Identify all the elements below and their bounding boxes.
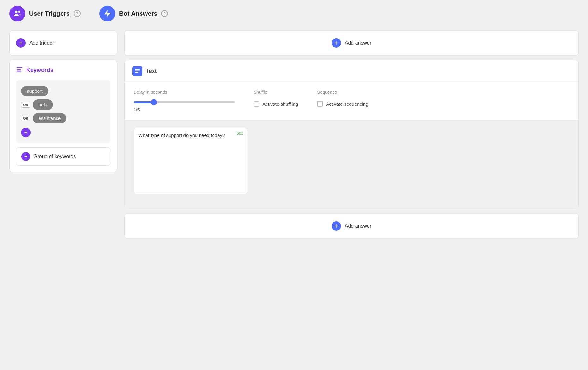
add-trigger-plus-icon: + <box>16 38 26 48</box>
svg-marker-2 <box>104 10 111 17</box>
or-badge-assistance: OR <box>21 116 30 121</box>
char-count: 601 <box>237 131 243 136</box>
svg-rect-5 <box>17 71 22 72</box>
add-keyword-button[interactable]: + <box>21 128 31 137</box>
group-keywords-plus-icon: + <box>21 152 30 161</box>
svg-rect-7 <box>135 71 140 71</box>
keywords-title: Keywords <box>26 67 53 74</box>
add-answer-bottom-card[interactable]: + Add answer <box>124 213 579 239</box>
add-answer-top-card[interactable]: + Add answer <box>124 30 579 56</box>
slider-value: 1/5 <box>134 107 235 112</box>
svg-rect-8 <box>135 72 139 73</box>
slider-thumb[interactable] <box>151 99 157 105</box>
add-answer-bottom-label: Add answer <box>345 223 372 229</box>
text-section-title: Text <box>146 68 157 75</box>
svg-rect-6 <box>135 69 140 70</box>
user-triggers-icon <box>9 6 25 21</box>
main-layout: + Add trigger Keywords support <box>0 27 588 242</box>
add-trigger-label: Add trigger <box>29 40 54 46</box>
sequence-checkbox[interactable] <box>317 101 323 107</box>
bot-answers-icon <box>99 6 115 21</box>
keyword-row-assistance: OR assistance <box>21 113 105 123</box>
delay-control-group: Delay in seconds 1/5 <box>134 90 235 112</box>
shuffle-checkbox[interactable] <box>254 101 259 107</box>
text-card-controls: Delay in seconds 1/5 <box>125 82 578 120</box>
user-triggers-section: User Triggers ? <box>9 6 81 21</box>
keywords-header: Keywords <box>16 66 110 75</box>
keyword-pill-support[interactable]: support <box>21 86 48 96</box>
add-answer-bottom-plus-icon: + <box>332 221 341 231</box>
keywords-list: support OR help OR assistance + <box>16 80 110 143</box>
group-keywords-label: Group of keywords <box>33 154 76 159</box>
bot-answers-help[interactable]: ? <box>161 10 168 17</box>
add-answer-top-label: Add answer <box>345 40 372 46</box>
add-trigger-card[interactable]: + Add trigger <box>9 30 117 56</box>
user-triggers-title: User Triggers <box>29 10 70 17</box>
sequence-checkbox-row: Activate sequencing <box>317 101 368 107</box>
slider-max: 5 <box>137 107 140 112</box>
bot-answers-title: Bot Answers <box>119 10 158 17</box>
text-card-content: 601 <box>125 120 578 209</box>
text-textarea-wrapper: 601 <box>134 128 247 194</box>
shuffle-control-group: Shuffle Activate shuffling <box>254 90 298 107</box>
svg-point-0 <box>15 11 18 13</box>
user-triggers-help[interactable]: ? <box>74 10 81 17</box>
slider-track <box>134 101 235 103</box>
text-card-header: Text <box>125 60 578 82</box>
delay-slider-wrapper: 1/5 <box>134 99 235 112</box>
shuffle-activate-label: Activate shuffling <box>262 101 298 107</box>
svg-point-1 <box>18 11 20 13</box>
sequence-activate-label: Activate sequencing <box>326 101 368 107</box>
group-keywords-button[interactable]: + Group of keywords <box>16 147 110 166</box>
text-answer-card: Text Delay in seconds 1/ <box>124 60 579 209</box>
sequence-label: Sequence <box>317 90 368 95</box>
shuffle-label: Shuffle <box>254 90 298 95</box>
sequence-control-group: Sequence Activate sequencing <box>317 90 368 107</box>
keyword-pill-help[interactable]: help <box>33 99 53 110</box>
shuffle-checkbox-row: Activate shuffling <box>254 101 298 107</box>
keyword-row-support: support <box>21 86 105 96</box>
svg-rect-4 <box>17 69 21 70</box>
text-section-icon <box>132 66 142 76</box>
text-textarea[interactable] <box>138 133 243 183</box>
delay-label: Delay in seconds <box>134 90 235 95</box>
add-answer-top-plus-icon: + <box>332 38 341 48</box>
top-header: User Triggers ? Bot Answers ? <box>0 0 588 27</box>
bot-answers-section: Bot Answers ? <box>99 6 168 21</box>
keyword-row-help: OR help <box>21 99 105 110</box>
or-badge-help: OR <box>21 102 30 108</box>
delay-slider[interactable] <box>134 99 235 105</box>
left-panel: + Add trigger Keywords support <box>9 30 117 172</box>
keyword-pill-assistance[interactable]: assistance <box>33 113 67 123</box>
keywords-icon <box>16 66 23 75</box>
keywords-card: Keywords support OR help OR assistance + <box>9 59 117 172</box>
slider-current: 1 <box>134 107 136 112</box>
right-panel: + Add answer Text Delay in <box>124 30 579 239</box>
svg-rect-3 <box>17 67 22 68</box>
